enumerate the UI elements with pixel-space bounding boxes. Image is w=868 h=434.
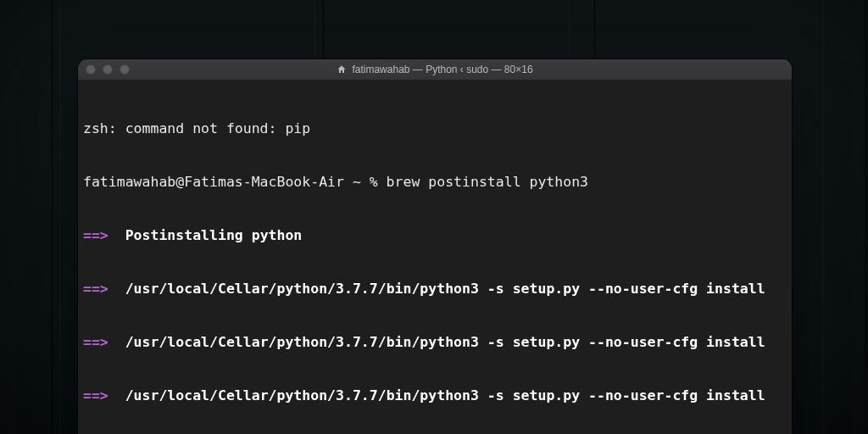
terminal-line: ==> /usr/local/Cellar/python/3.7.7/bin/p…	[83, 333, 787, 351]
terminal-window: fatimawahab — Python ‹ sudo — 80×16 zsh:…	[78, 59, 792, 434]
home-icon	[337, 64, 347, 75]
brew-cmd: /usr/local/Cellar/python/3.7.7/bin/pytho…	[125, 387, 765, 403]
terminal-line: fatimawahab@Fatimas-MacBook-Air ~ % brew…	[83, 173, 787, 191]
minimize-button[interactable]	[103, 64, 113, 75]
arrow-icon: ==>	[83, 227, 108, 243]
terminal-body[interactable]: zsh: command not found: pip fatimawahab@…	[78, 81, 792, 434]
desktop-background: fatimawahab — Python ‹ sudo — 80×16 zsh:…	[0, 0, 868, 434]
terminal-line: ==> /usr/local/Cellar/python/3.7.7/bin/p…	[83, 280, 787, 298]
terminal-line: zsh: command not found: pip	[83, 120, 787, 137]
arrow-icon: ==>	[83, 334, 108, 350]
arrow-icon: ==>	[83, 387, 108, 403]
terminal-line: ==> /usr/local/Cellar/python/3.7.7/bin/p…	[83, 387, 787, 404]
terminal-line: ==> Postinstalling python	[83, 226, 787, 244]
traffic-lights	[86, 64, 130, 75]
brew-cmd: /usr/local/Cellar/python/3.7.7/bin/pytho…	[125, 281, 765, 297]
window-title: fatimawahab — Python ‹ sudo — 80×16	[78, 64, 792, 75]
brew-cmd: /usr/local/Cellar/python/3.7.7/bin/pytho…	[125, 334, 765, 350]
brew-step: Postinstalling python	[125, 227, 303, 243]
arrow-icon: ==>	[83, 281, 108, 297]
close-button[interactable]	[86, 64, 96, 75]
window-title-text: fatimawahab — Python ‹ sudo — 80×16	[352, 64, 532, 75]
window-titlebar[interactable]: fatimawahab — Python ‹ sudo — 80×16	[78, 59, 792, 81]
zoom-button[interactable]	[120, 64, 130, 75]
